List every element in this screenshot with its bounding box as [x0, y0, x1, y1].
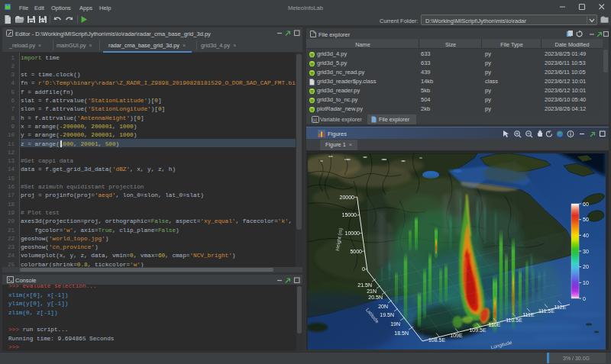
svg-text:19N: 19N [390, 321, 400, 327]
svg-text:20000: 20000 [340, 195, 355, 200]
svg-text:50: 50 [583, 217, 589, 222]
svg-text:19.5N: 19.5N [380, 312, 394, 317]
svg-text:30: 30 [583, 249, 589, 254]
svg-text:10000: 10000 [345, 230, 360, 236]
svg-text:109.5E: 109.5E [469, 327, 487, 333]
svg-text:109E: 109E [450, 333, 463, 338]
svg-text:60: 60 [583, 201, 589, 207]
svg-text:20.5N: 20.5N [368, 295, 383, 300]
svg-text:10: 10 [583, 280, 589, 285]
svg-text:15000: 15000 [342, 212, 357, 217]
svg-text:110.5E: 110.5E [506, 317, 522, 323]
svg-text:0: 0 [362, 266, 365, 272]
svg-text:111E: 111E [522, 312, 535, 317]
svg-text:5000: 5000 [350, 249, 362, 254]
svg-text:20N: 20N [378, 304, 388, 309]
svg-text:0: 0 [583, 296, 586, 301]
svg-text:20: 20 [583, 264, 589, 269]
svg-text:40: 40 [583, 233, 589, 238]
svg-text:21.5N: 21.5N [357, 282, 372, 288]
svg-text:108.5E: 108.5E [428, 337, 446, 343]
svg-text:112E: 112E [554, 304, 567, 310]
svg-text:18.5N: 18.5N [394, 330, 409, 336]
svg-text:[x]: [x] [313, 118, 318, 122]
svg-text:111.5E: 111.5E [538, 308, 554, 314]
svg-text:110E: 110E [489, 322, 501, 327]
svg-text:21N: 21N [367, 288, 377, 294]
